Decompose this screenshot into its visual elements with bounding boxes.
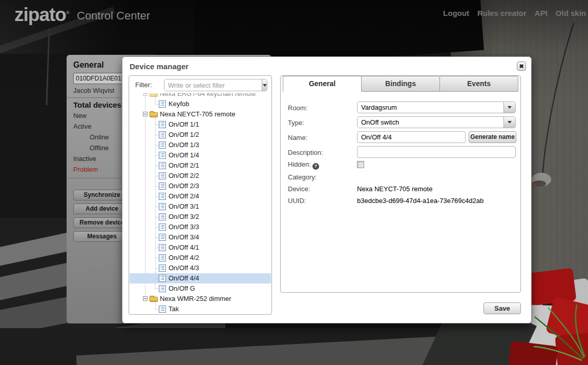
type-combo [357,116,516,128]
tree-device-item[interactable]: On/Off G [130,283,271,294]
filter-dropdown-button[interactable] [262,79,267,91]
device-icon [159,244,166,251]
room-input[interactable] [358,102,503,113]
device-icon [159,100,166,108]
tree-device-item[interactable]: On/Off 3/1 [130,201,271,212]
filter-combo [164,79,267,91]
room-combo [357,102,516,113]
help-icon[interactable]: ? [312,163,319,170]
device-icon [159,306,166,313]
room-label: Room: [288,104,307,112]
close-icon[interactable]: ✖ [517,62,526,71]
chevron-down-icon [508,121,512,124]
tree-device-item[interactable]: On/Off 2/1 [130,160,271,171]
app-title: Control Center [77,9,150,23]
tree-folder[interactable]: Nexa NEYCT-705 remote [130,109,271,119]
detail-tabs: GeneralBindingsEvents [283,76,518,92]
tree-device-item[interactable]: On/Off 4/2 [130,253,271,263]
name-label: Name: [288,134,307,141]
name-input[interactable] [357,131,466,143]
chevron-down-icon [508,106,512,109]
type-label: Type: [288,119,304,127]
type-dropdown-button[interactable] [503,117,515,128]
tree-device-item[interactable]: On/Off 3/2 [130,212,271,222]
tree-device-item[interactable]: On/Off 2/3 [130,181,271,191]
device-tree-panel: Filter: Nexa ERGT-64 keychain remoteKeyf… [129,75,272,315]
device-icon [159,152,166,159]
device-manager-dialog: Device manager ✖ Filter: Nexa ERGT-64 ke… [122,56,532,323]
tree-device-item[interactable]: On/Off 1/1 [130,119,271,130]
collapse-icon[interactable] [143,93,148,96]
device-detail-panel: GeneralBindingsEvents Room: Type: Name: … [280,75,521,293]
folder-icon [150,297,158,302]
device-icon [159,265,166,272]
nav-link-old-skin[interactable]: Old skin [556,9,586,17]
tree-device-item[interactable]: On/Off 1/2 [130,130,271,140]
tree-device-item[interactable]: Keyfob [130,99,271,109]
nav-link-rules-creator[interactable]: Rules creator [477,9,527,17]
tree-device-item[interactable]: Tak [130,304,271,314]
description-label: Description: [288,149,323,156]
tree-device-item[interactable]: On/Off 4/3 [130,263,271,273]
top-nav: LogoutRules creatorAPIOld skin [443,9,586,17]
tree-device-item[interactable]: On/Off 3/3 [130,222,271,232]
device-icon [159,162,166,169]
hidden-label: Hidden:? [288,160,319,170]
category-label: Category: [288,173,317,181]
save-button[interactable]: Save [484,302,521,314]
tree-folder[interactable]: Nexa ERGT-64 keychain remote [130,93,271,99]
dialog-title: Device manager [130,62,188,71]
device-icon [159,275,166,282]
device-icon [159,131,166,138]
device-icon [159,224,166,231]
device-label: Device: [288,185,310,193]
collapse-icon[interactable] [143,112,148,116]
filter-input[interactable] [164,79,262,91]
device-value: Nexa NEYCT-705 remote [357,185,432,193]
nav-link-logout[interactable]: Logout [443,9,469,17]
generate-name-button[interactable]: Generate name [469,131,516,143]
device-icon [159,234,166,241]
folder-icon [150,112,158,117]
collapse-icon[interactable] [143,296,148,301]
tree-device-item[interactable]: On/Off 2/2 [130,171,271,181]
tab-events[interactable]: Events [439,76,518,92]
tab-general[interactable]: General [283,76,362,92]
device-icon [159,121,166,128]
zipato-logo: zipato® [14,4,69,26]
tree-folder[interactable]: Nexa WMR-252 dimmer [130,294,271,304]
device-tree: Nexa ERGT-64 keychain remoteKeyfobNexa N… [130,93,271,314]
device-icon [159,203,166,210]
device-icon [159,172,166,179]
device-icon [159,193,166,200]
tree-device-item[interactable]: On/Off 3/4 [130,232,271,242]
tree-device-item[interactable]: On/Off 1/4 [130,150,271,160]
uuid-label: UUID: [288,197,306,205]
device-icon [159,141,166,149]
tree-device-item[interactable]: On/Off 2/4 [130,191,271,201]
filter-label: Filter: [135,81,152,89]
tab-bindings[interactable]: Bindings [361,76,440,92]
chevron-down-icon [263,84,267,87]
description-input[interactable] [357,146,516,158]
tree-device-item[interactable]: On/Off 1/3 [130,140,271,150]
device-icon [159,254,166,261]
device-icon [159,182,166,190]
uuid-value: b3edcbe3-d699-47d4-a1ea-73e769c4d2ab [357,197,484,205]
room-dropdown-button[interactable] [503,102,515,113]
device-icon [159,285,166,292]
hidden-checkbox[interactable] [357,161,364,168]
type-input[interactable] [358,117,503,128]
nav-link-api[interactable]: API [535,9,548,17]
tree-device-item[interactable]: On/Off 4/1 [130,242,271,253]
folder-icon [150,93,158,97]
tree-device-item[interactable]: On/Off 4/4 [130,273,271,283]
device-icon [159,213,166,220]
